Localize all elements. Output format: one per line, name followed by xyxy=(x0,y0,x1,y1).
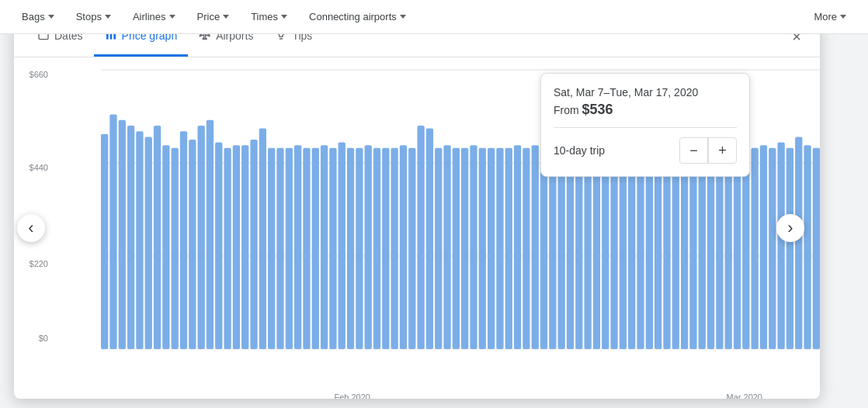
tooltip-date: Sat, Mar 7–Tue, Mar 17, 2020 xyxy=(554,86,737,99)
svg-rect-49 xyxy=(435,148,442,349)
y-label-660: $660 xyxy=(30,70,53,79)
svg-rect-22 xyxy=(197,126,204,349)
tooltip-trip-row: 10-day trip − + xyxy=(554,127,737,164)
svg-rect-45 xyxy=(400,145,407,349)
svg-rect-52 xyxy=(461,148,468,349)
chevron-down-icon xyxy=(281,15,287,19)
x-label-feb: Feb 2020 xyxy=(334,392,370,399)
svg-rect-64 xyxy=(567,148,574,349)
svg-rect-50 xyxy=(443,145,450,349)
svg-rect-83 xyxy=(734,148,741,349)
filter-times[interactable]: Times xyxy=(241,6,297,27)
chevron-down-icon xyxy=(105,15,111,19)
filter-connecting-airports[interactable]: Connecting airports xyxy=(300,6,415,27)
svg-rect-60 xyxy=(532,145,539,349)
svg-rect-71 xyxy=(628,148,635,349)
tooltip-price-value: $536 xyxy=(582,102,613,117)
svg-rect-76 xyxy=(672,148,679,349)
filter-bags[interactable]: Bags xyxy=(12,6,64,27)
svg-rect-23 xyxy=(207,120,214,349)
svg-rect-34 xyxy=(303,148,310,349)
svg-rect-51 xyxy=(453,148,460,349)
nav-left-button[interactable]: ‹ xyxy=(17,214,45,242)
svg-rect-48 xyxy=(426,129,433,349)
svg-rect-91 xyxy=(804,145,811,349)
chevron-down-icon xyxy=(840,15,846,19)
chevron-right-icon: › xyxy=(787,220,793,237)
svg-rect-62 xyxy=(549,148,556,349)
svg-rect-92 xyxy=(813,148,820,349)
x-label-mar: Mar 2020 xyxy=(727,392,762,399)
chevron-down-icon xyxy=(223,15,229,19)
svg-rect-12 xyxy=(109,115,116,349)
svg-rect-38 xyxy=(339,143,345,349)
svg-rect-67 xyxy=(593,148,600,349)
chart-container: ‹ › Sat, Mar 7–Tue, Mar 17, 2020 From $5… xyxy=(14,57,820,399)
svg-rect-20 xyxy=(180,131,187,349)
svg-rect-53 xyxy=(470,145,477,349)
trip-duration-stepper: − + xyxy=(679,137,737,164)
svg-rect-18 xyxy=(162,145,169,349)
svg-rect-16 xyxy=(145,137,152,349)
svg-rect-15 xyxy=(136,131,143,349)
svg-rect-30 xyxy=(268,148,275,349)
svg-rect-55 xyxy=(488,148,495,349)
svg-rect-44 xyxy=(391,148,398,349)
stepper-plus-button[interactable]: + xyxy=(708,138,736,163)
svg-rect-21 xyxy=(189,140,196,349)
svg-rect-89 xyxy=(786,148,793,349)
svg-rect-13 xyxy=(119,120,126,349)
y-label-440: $440 xyxy=(30,163,53,172)
svg-rect-36 xyxy=(321,145,328,349)
svg-rect-82 xyxy=(725,148,732,349)
price-tooltip: Sat, Mar 7–Tue, Mar 17, 2020 From $536 1… xyxy=(540,73,750,177)
svg-rect-31 xyxy=(276,148,283,349)
svg-rect-25 xyxy=(224,148,231,349)
svg-rect-74 xyxy=(654,148,661,349)
svg-rect-14 xyxy=(127,126,134,349)
nav-right-button[interactable]: › xyxy=(776,214,804,242)
svg-rect-17 xyxy=(154,126,161,349)
filter-stops[interactable]: Stops xyxy=(67,6,120,27)
svg-rect-32 xyxy=(286,148,293,349)
chevron-down-icon xyxy=(169,15,175,19)
svg-rect-56 xyxy=(496,148,503,349)
svg-rect-47 xyxy=(417,126,424,349)
svg-rect-27 xyxy=(241,145,248,349)
stepper-minus-button[interactable]: − xyxy=(680,138,708,163)
svg-rect-79 xyxy=(699,148,706,349)
svg-rect-33 xyxy=(294,145,301,349)
filter-airlines[interactable]: Airlines xyxy=(123,6,185,27)
chevron-down-icon xyxy=(400,15,406,19)
more-button[interactable]: More xyxy=(804,6,856,27)
trip-duration-label: 10-day trip xyxy=(554,144,605,157)
svg-rect-29 xyxy=(259,129,266,349)
svg-rect-26 xyxy=(233,145,240,349)
svg-rect-43 xyxy=(382,148,389,349)
svg-rect-37 xyxy=(329,148,336,349)
svg-rect-46 xyxy=(408,148,415,349)
y-label-220: $220 xyxy=(30,259,53,268)
svg-rect-19 xyxy=(172,148,179,349)
svg-rect-59 xyxy=(523,148,529,349)
svg-rect-39 xyxy=(347,148,354,349)
tooltip-price: From $536 xyxy=(554,102,737,118)
y-label-0: $0 xyxy=(39,334,53,343)
filter-bar: Bags Stops Airlines Price Times Connecti… xyxy=(0,0,868,34)
svg-rect-65 xyxy=(575,148,582,349)
svg-rect-40 xyxy=(356,148,363,349)
svg-rect-42 xyxy=(373,148,380,349)
chevron-left-icon: ‹ xyxy=(28,220,33,237)
filter-price[interactable]: Price xyxy=(188,6,239,27)
price-graph-modal: Dates Price graph Airports Tips × ‹ › xyxy=(14,16,820,399)
svg-rect-41 xyxy=(365,145,372,349)
svg-rect-90 xyxy=(795,137,802,349)
svg-rect-35 xyxy=(312,148,319,349)
svg-rect-11 xyxy=(101,134,108,349)
svg-rect-85 xyxy=(752,148,759,349)
chevron-down-icon xyxy=(48,15,54,19)
svg-rect-88 xyxy=(777,143,784,349)
svg-rect-4 xyxy=(106,34,109,40)
svg-rect-57 xyxy=(505,148,512,349)
svg-rect-28 xyxy=(250,140,257,349)
